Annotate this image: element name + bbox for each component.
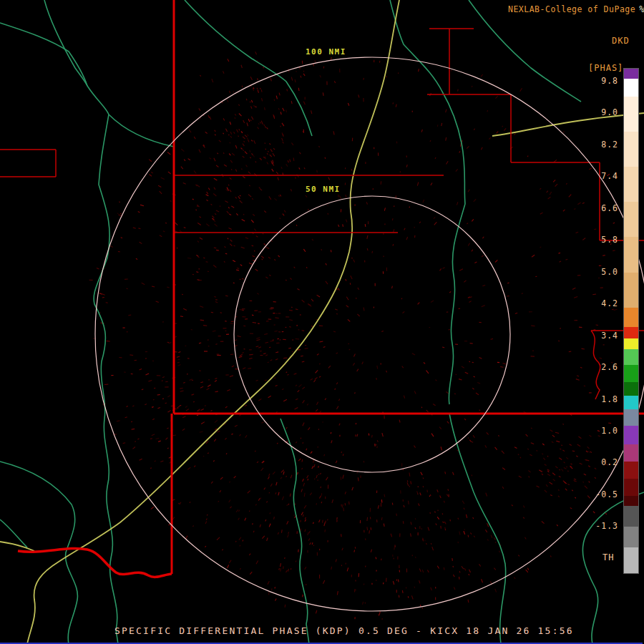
color-scale-segment [624,338,638,348]
color-scale-segment [624,202,638,237]
color-scale-tick: 0.2 [601,458,618,467]
color-scale-segment [624,496,638,506]
color-scale-tick: 7.4 [601,172,618,180]
color-scale-tick: 1.8 [601,395,618,404]
color-scale-segment [624,132,638,167]
source-attribution-text: NEXLAB-College of DuPage [508,4,635,14]
range-ring-label-50nmi: 50 NMI [303,184,343,195]
road-lines-primary [0,0,644,644]
color-scale-tick: 5.0 [601,268,618,276]
color-scale-segment [624,327,638,338]
radar-echo-speckles [89,52,618,620]
product-code-label: DKD [612,36,630,46]
units-label: [PHAS] [588,63,623,73]
color-scale-tick: 1.0 [601,426,618,435]
range-ring-outer [95,57,644,611]
cod-logo-icon: % [639,4,644,14]
color-scale-segment [624,462,638,479]
color-scale-segment [624,349,638,365]
product-caption: SPECIFIC DIFFERENTIAL PHASE (KDP) 0.5 DE… [114,625,574,636]
color-scale-segment [624,237,638,272]
county-border-lines [0,29,644,399]
color-scale-segment [624,527,638,547]
road-lines-secondary [0,0,644,644]
state-border-lines [18,0,644,577]
map-svg [0,0,644,644]
color-scale-segment [624,97,638,132]
color-scale-segment [624,382,638,396]
color-scale-tick: 5.8 [601,235,618,244]
range-ring-inner [234,196,510,472]
color-scale-segment [624,308,638,327]
color-scale-tick: 6.6 [601,204,618,213]
range-rings [95,57,644,611]
color-scale-segment [624,506,638,527]
range-ring-label-100nmi: 100 NMI [303,47,348,57]
color-scale-tick: 9.8 [601,77,618,85]
color-scale-segment [624,409,638,425]
color-scale-gradient [623,68,639,574]
source-attribution: NEXLAB-College of DuPage % [508,4,644,14]
color-scale-tick: 8.2 [601,140,618,149]
threshold-label: TH [602,552,614,562]
color-scale-segment [624,167,638,202]
color-scale-segment [624,426,638,444]
color-scale-segment [624,273,638,308]
color-scale-tick: 4.2 [601,299,618,308]
color-scale-tick: -1.3 [595,522,618,530]
radar-display: 100 NMI 50 NMI NEXLAB-College of DuPage … [0,0,644,644]
color-scale-segment [624,444,638,462]
color-scale-tick: 3.4 [601,331,618,340]
color-scale-segment [624,547,638,573]
color-scale-segment [624,69,638,79]
color-scale-segment [624,79,638,96]
color-scale-segment [624,365,638,382]
color-scale-segment [624,396,638,409]
color-scale-tick: -0.5 [595,490,618,499]
color-scale-tick: 2.6 [601,363,618,371]
color-scale-tick: 9.0 [601,108,618,117]
color-scale-segment [624,479,638,496]
